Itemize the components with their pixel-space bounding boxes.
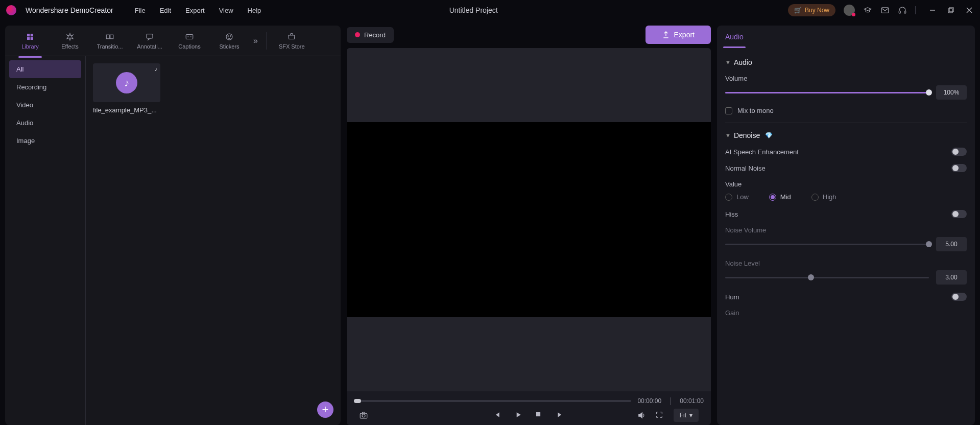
sidebar-item-recording[interactable]: Recording <box>9 78 81 96</box>
stop-button[interactable] <box>535 411 544 420</box>
media-filename: file_example_MP3_... <box>93 106 160 114</box>
export-button[interactable]: Export <box>646 26 711 44</box>
tab-stickers[interactable]: Stickers <box>209 28 249 54</box>
cart-icon: 🛒 <box>794 7 802 14</box>
tabs-more-button[interactable]: » <box>249 32 262 50</box>
radio-high[interactable]: High <box>811 193 836 201</box>
sfx-store-button[interactable]: SFX Store <box>271 28 313 54</box>
svg-rect-0 <box>881 8 889 13</box>
noise-level-label: Noise Level <box>725 259 760 267</box>
sidebar-item-audio[interactable]: Audio <box>9 114 81 132</box>
sidebar-item-video[interactable]: Video <box>9 96 81 114</box>
hiss-row: Hiss <box>725 210 967 218</box>
section-audio[interactable]: ▼ Audio <box>725 58 967 66</box>
svg-rect-5 <box>949 8 953 12</box>
record-label: Record <box>364 31 386 39</box>
noise-volume-slider[interactable] <box>725 244 929 245</box>
volume-slider[interactable] <box>725 92 929 93</box>
ai-speech-toggle[interactable] <box>951 148 967 156</box>
snapshot-button[interactable] <box>359 411 368 420</box>
time-current: 00:00:00 <box>637 397 661 405</box>
add-media-button[interactable]: + <box>317 402 333 418</box>
tab-separator <box>266 32 267 50</box>
hiss-toggle[interactable] <box>951 210 967 218</box>
radio-low[interactable]: Low <box>725 193 749 201</box>
radio-high-label: High <box>823 193 836 201</box>
tab-transitions[interactable]: Transitio... <box>90 28 130 54</box>
tab-label: Library <box>21 43 39 50</box>
volume-button[interactable] <box>637 411 646 420</box>
premium-icon: 💎 <box>765 132 773 139</box>
buy-now-button[interactable]: 🛒 Buy Now <box>788 4 835 16</box>
minimize-icon[interactable] <box>928 6 937 15</box>
svg-rect-4 <box>948 9 952 13</box>
maximize-icon[interactable] <box>946 6 955 15</box>
library-body: All Recording Video Audio Image ♪ file_e… <box>5 56 341 425</box>
mix-mono-label: Mix to mono <box>737 107 774 114</box>
preview-column: Record Export 00:00:00 | 00:01:00 <box>347 26 711 425</box>
graduation-icon[interactable] <box>863 6 872 15</box>
menu-file[interactable]: File <box>135 7 146 14</box>
radio-mid[interactable]: Mid <box>769 193 791 201</box>
app-name: Wondershare DemoCreator <box>26 6 113 14</box>
time-total: 00:01:00 <box>680 397 704 405</box>
volume-label: Volume <box>725 75 747 82</box>
music-icon: ♪ <box>116 72 137 93</box>
effects-icon <box>65 32 75 41</box>
tab-label: Captions <box>178 43 200 50</box>
caret-down-icon: ▼ <box>725 132 731 138</box>
svg-rect-10 <box>147 34 153 38</box>
project-title: Untitled Project <box>168 6 779 14</box>
tab-captions[interactable]: Captions <box>170 28 209 54</box>
mix-mono-checkbox[interactable] <box>725 107 732 114</box>
library-panel: Library Effects Transitio... Annotati...… <box>5 26 341 425</box>
fit-dropdown[interactable]: Fit ▾ <box>674 409 699 422</box>
noise-level-value[interactable]: 3.00 <box>936 270 967 285</box>
app-logo <box>6 5 16 15</box>
hum-toggle[interactable] <box>951 293 967 301</box>
properties-panel: Audio ▼ Audio Volume 100% Mix to mono <box>717 26 975 425</box>
tab-effects[interactable]: Effects <box>50 28 90 54</box>
fullscreen-button[interactable] <box>655 411 664 420</box>
preview-canvas[interactable] <box>347 122 711 317</box>
prev-frame-button[interactable] <box>494 411 503 420</box>
normal-noise-toggle[interactable] <box>951 164 967 172</box>
seek-slider[interactable] <box>354 400 631 402</box>
user-avatar[interactable] <box>844 5 855 16</box>
mail-icon[interactable] <box>880 6 890 15</box>
gain-label: Gain <box>725 309 739 317</box>
library-icon <box>26 32 35 41</box>
title-bar: Wondershare DemoCreator File Edit Export… <box>0 0 980 20</box>
sidebar-item-image[interactable]: Image <box>9 132 81 150</box>
volume-value[interactable]: 100% <box>936 85 967 100</box>
buy-now-label: Buy Now <box>805 7 829 14</box>
record-button[interactable]: Record <box>347 27 394 43</box>
captions-icon <box>185 32 194 41</box>
stickers-icon <box>225 32 234 41</box>
noise-level-slider[interactable] <box>725 277 929 278</box>
preview-box: 00:00:00 | 00:01:00 <box>347 48 711 425</box>
export-label: Export <box>674 31 695 39</box>
section-denoise[interactable]: ▼ Denoise 💎 <box>725 131 967 139</box>
ai-speech-row: AI Speech Enhancement <box>725 148 967 156</box>
play-button[interactable] <box>514 411 523 420</box>
noise-volume-row: Noise Volume <box>725 226 967 234</box>
normal-noise-label: Normal Noise <box>725 164 766 172</box>
close-icon[interactable] <box>965 6 974 15</box>
svg-point-14 <box>230 35 231 36</box>
media-item[interactable]: ♪ file_example_MP3_... <box>93 63 160 114</box>
next-frame-button[interactable] <box>555 411 564 420</box>
play-row: Fit ▾ <box>354 411 704 420</box>
noise-volume-slider-row: 5.00 <box>725 237 967 251</box>
headset-icon[interactable] <box>898 6 907 15</box>
sidebar-item-all[interactable]: All <box>9 60 81 78</box>
transitions-icon <box>105 32 114 41</box>
properties-tab-audio[interactable]: Audio <box>723 26 746 48</box>
section-audio-label: Audio <box>734 58 752 66</box>
title-bar-right: 🛒 Buy Now <box>788 4 974 16</box>
noise-volume-value[interactable]: 5.00 <box>936 237 967 251</box>
time-separator: | <box>670 396 672 406</box>
tab-annotations[interactable]: Annotati... <box>130 28 170 54</box>
tab-library[interactable]: Library <box>10 28 50 54</box>
library-sidebar: All Recording Video Audio Image <box>5 56 86 425</box>
